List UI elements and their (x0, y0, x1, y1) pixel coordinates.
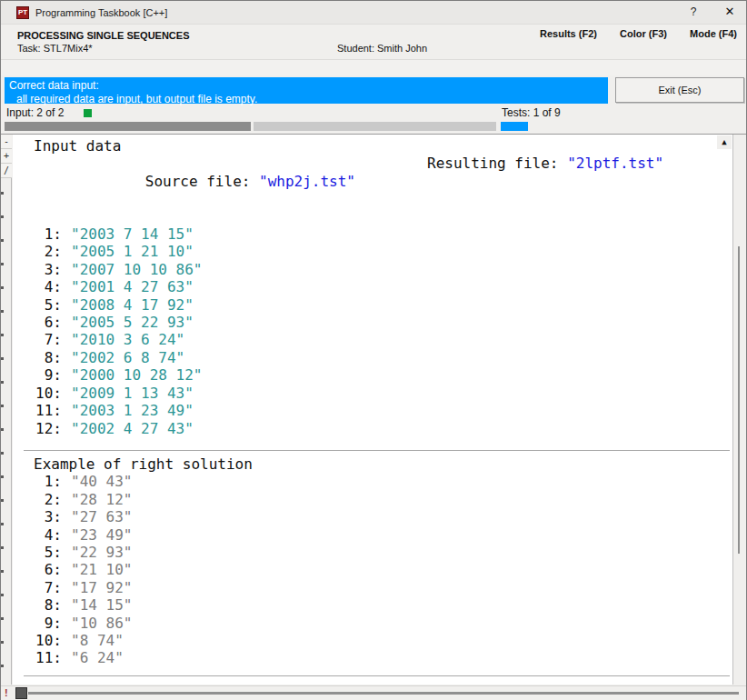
line-number: 4: (25, 526, 62, 544)
line-number: 11: (25, 402, 62, 419)
tests-progress (501, 122, 528, 131)
line-number: 3: (25, 508, 62, 525)
resulting-file-label: Resulting file: (427, 155, 567, 172)
input-data-row: 6: "2005 5 22 93" (13, 314, 732, 331)
source-file-name: "whp2j.tst" (259, 173, 355, 190)
menu-color[interactable]: Color (F3) (620, 28, 667, 39)
line-value: "2002 6 8 74" (71, 349, 184, 366)
input-data-row: 11: "2003 1 23 49" (13, 402, 732, 419)
line-value: "10 86" (71, 615, 132, 632)
result-banner-line1: Correct data input: (9, 79, 608, 92)
line-number: 9: (25, 366, 62, 384)
input-counter: Input: 2 of 2 (6, 106, 64, 119)
line-number: 3: (25, 261, 62, 278)
line-value: "8 74" (71, 632, 124, 649)
task-label: Task: STL7Mix4* (17, 43, 93, 54)
font-larger-button[interactable]: + (1, 149, 12, 164)
example-row: 2: "28 12" (13, 491, 732, 508)
example-row: 9: "10 86" (13, 615, 732, 632)
line-value: "14 15" (71, 596, 132, 614)
line-value: "2005 5 22 93" (71, 314, 194, 331)
line-value: "40 43" (71, 473, 132, 490)
help-button[interactable]: ? (684, 5, 702, 20)
font-smaller-button[interactable]: - (1, 135, 12, 149)
window-title: Programming Taskbook [C++] (35, 7, 167, 18)
title-bar: PT Programming Taskbook [C++] ? ✕ (1, 1, 746, 25)
example-row: 10: "8 74" (13, 632, 732, 649)
line-value: "17 92" (71, 579, 132, 596)
result-banner-line2: all required data are input, but output … (9, 93, 608, 105)
input-data-row: 8: "2002 6 8 74" (13, 349, 732, 366)
app-window: PT Programming Taskbook [C++] ? ✕ PROCES… (0, 0, 747, 700)
line-value: "2003 7 14 15" (71, 225, 194, 243)
horizontal-scrollbar-thumb[interactable] (15, 687, 27, 699)
close-icon[interactable]: ✕ (719, 5, 741, 21)
file-line: Source file: "whp2j.tst" Resulting file:… (13, 155, 732, 225)
horizontal-scrollbar-track[interactable] (28, 692, 739, 695)
line-number: 6: (25, 314, 62, 331)
vertical-scrollbar-thumb[interactable] (738, 246, 740, 554)
line-number: 5: (25, 296, 62, 314)
line-number: 9: (25, 615, 62, 632)
input-progress-rest (254, 122, 496, 131)
line-value: "22 93" (71, 544, 132, 561)
menu-results[interactable]: Results (F2) (540, 28, 597, 39)
example-row: 1: "40 43" (13, 473, 732, 490)
line-number: 10: (25, 632, 62, 649)
line-value: "2003 1 23 49" (71, 402, 194, 419)
tests-counter: Tests: 1 of 9 (502, 106, 561, 119)
line-value: "28 12" (71, 491, 132, 508)
app-logo-icon: PT (16, 6, 29, 19)
line-number: 7: (25, 331, 62, 348)
menu-bar: Results (F2) Color (F3) Mode (F4) (520, 28, 737, 39)
input-data-row: 1: "2003 7 14 15" (13, 225, 732, 243)
exit-button[interactable]: Exit (Esc) (615, 77, 744, 103)
source-file-label: Source file: (145, 173, 259, 190)
line-value: "27 63" (71, 508, 132, 525)
line-value: "2008 4 17 92" (71, 296, 194, 314)
input-data-row: 2: "2005 1 21 10" (13, 243, 732, 260)
bottom-bar: ! (1, 685, 746, 700)
line-number: 11: (25, 649, 62, 666)
input-data-row: 9: "2000 10 28 12" (13, 366, 732, 384)
example-row: 6: "21 10" (13, 561, 732, 578)
resulting-file-name: "2lptf.tst" (567, 155, 663, 172)
scroll-up-icon[interactable]: ▲ (717, 135, 732, 149)
line-number: 1: (25, 225, 62, 243)
input-data-list: 1: "2003 7 14 15" 2: "2005 1 21 10" 3: "… (13, 225, 732, 437)
progress-row (1, 121, 746, 132)
section-separator (24, 675, 730, 676)
example-row: 11: "6 24" (13, 649, 732, 666)
menu-mode[interactable]: Mode (F4) (690, 28, 737, 39)
line-value: "2007 10 10 86" (71, 261, 203, 278)
line-value: "2005 1 21 10" (71, 243, 194, 260)
header: PROCESSING SINGLE SEQUENCES Task: STL7Mi… (1, 25, 746, 59)
student-label: Student: Smith John (337, 43, 427, 54)
line-number: 2: (25, 491, 62, 508)
line-number: 8: (25, 596, 62, 614)
line-number: 4: (25, 278, 62, 295)
input-data-row: 3: "2007 10 10 86" (13, 261, 732, 278)
status-row: Input: 2 of 2 Tests: 1 of 9 (1, 105, 746, 121)
input-data-row: 4: "2001 4 27 63" (13, 278, 732, 295)
example-section-title: Example of right solution (13, 455, 732, 473)
input-progress-done (5, 122, 251, 131)
left-edge-ticks (1, 192, 4, 687)
example-row: 3: "27 63" (13, 508, 732, 525)
line-number: 1: (25, 473, 62, 490)
line-number: 5: (25, 544, 62, 561)
warning-mark: ! (5, 687, 8, 698)
input-data-row: 12: "2002 4 27 43" (13, 420, 732, 437)
line-number: 7: (25, 579, 62, 596)
line-number: 2: (25, 243, 62, 260)
line-number: 12: (25, 420, 62, 437)
example-row: 7: "17 92" (13, 579, 732, 596)
example-row: 5: "22 93" (13, 544, 732, 561)
topic-title: PROCESSING SINGLE SEQUENCES (17, 30, 189, 41)
input-section-title: Input data (13, 137, 732, 155)
font-toggle-button[interactable]: / (1, 164, 12, 178)
line-value: "2009 1 13 43" (71, 385, 194, 402)
example-solution-list: 1: "40 43" 2: "28 12" 3: "27 63" 4: "23 … (13, 473, 732, 666)
line-number: 10: (25, 385, 62, 402)
line-number: 8: (25, 349, 62, 366)
